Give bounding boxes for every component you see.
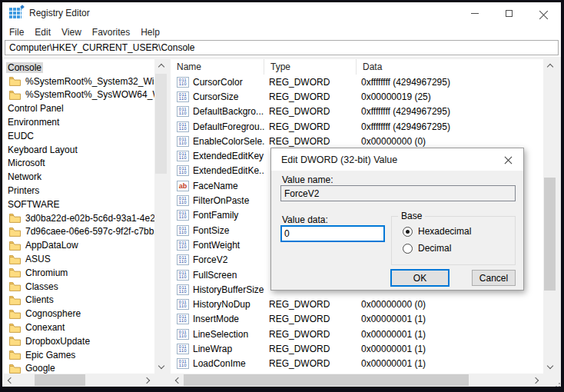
value-data-input[interactable] bbox=[280, 225, 385, 242]
cancel-button[interactable]: Cancel bbox=[472, 270, 516, 286]
scroll-down-button[interactable] bbox=[543, 360, 556, 374]
chevron-left-icon bbox=[8, 377, 14, 383]
scroll-right-button[interactable] bbox=[530, 374, 543, 387]
dword-value-icon: 011110 bbox=[177, 329, 189, 340]
column-header-name[interactable]: Name bbox=[171, 59, 264, 75]
minimize-icon bbox=[471, 13, 479, 14]
tree-item[interactable]: DropboxUpdate bbox=[3, 334, 154, 348]
value-name-cell: 011110 LineSelection bbox=[171, 329, 264, 340]
tree-item-label: 3d0ba22d-e02b-5c6d-93a1-4e2a9a bbox=[24, 213, 154, 224]
dword-value-icon: 011110 bbox=[177, 91, 189, 102]
tree-item-label: Microsoft bbox=[6, 158, 47, 168]
value-name-text: DefaultForegrou... bbox=[193, 121, 264, 132]
tree-item[interactable]: Network bbox=[3, 170, 154, 184]
scroll-down-button[interactable] bbox=[154, 360, 168, 374]
tree-item[interactable]: Console bbox=[3, 61, 154, 75]
string-value-icon: ab bbox=[177, 181, 189, 191]
registry-value-row[interactable]: 011110 DefaultBackgro... REG_DWORD 0xfff… bbox=[171, 105, 543, 119]
registry-value-row[interactable]: 011110 LoadConIme REG_DWORD 0x00000001 (… bbox=[171, 357, 543, 371]
radio-selected-icon[interactable] bbox=[403, 227, 413, 237]
title-bar[interactable]: Registry Editor bbox=[2, 2, 561, 24]
radio-unselected-icon[interactable] bbox=[403, 244, 413, 254]
decimal-radio-option[interactable]: Decimal bbox=[403, 243, 451, 254]
tree-vscroll-thumb[interactable] bbox=[155, 74, 167, 174]
tree-item-label: Clients bbox=[24, 294, 55, 305]
close-button[interactable] bbox=[526, 2, 561, 24]
value-name-text: FontWeight bbox=[193, 240, 240, 251]
close-icon bbox=[504, 156, 512, 164]
close-icon bbox=[539, 9, 548, 18]
tree-item[interactable]: Control Panel bbox=[3, 101, 154, 115]
scroll-left-button[interactable] bbox=[3, 374, 16, 387]
folder-icon bbox=[9, 350, 21, 360]
hexadecimal-radio-option[interactable]: Hexadecimal bbox=[403, 226, 471, 237]
registry-value-row[interactable]: 011110 LineWrap REG_DWORD 0x00000001 (1) bbox=[171, 341, 543, 356]
tree-item[interactable]: Classes bbox=[3, 280, 154, 294]
scroll-right-button[interactable] bbox=[141, 374, 154, 387]
address-input[interactable] bbox=[5, 40, 559, 55]
scroll-up-button[interactable] bbox=[543, 59, 556, 72]
dialog-close-button[interactable] bbox=[493, 148, 523, 171]
tree-item[interactable]: ASUS bbox=[3, 252, 154, 266]
tree-item[interactable]: 3d0ba22d-e02b-5c6d-93a1-4e2a9a bbox=[3, 211, 154, 225]
menu-item[interactable]: Edit bbox=[29, 25, 56, 39]
tree-item[interactable]: Conexant bbox=[3, 321, 154, 334]
tree-item[interactable]: Environment bbox=[3, 115, 154, 129]
tree-item[interactable]: Microsoft bbox=[3, 157, 154, 171]
maximize-button[interactable] bbox=[492, 2, 526, 24]
tree-item[interactable]: %SystemRoot%_SysWOW64_Windows bbox=[3, 88, 154, 102]
tree-item-label: AppDataLow bbox=[24, 240, 80, 251]
resize-grip-icon[interactable] bbox=[552, 383, 554, 384]
tree-horizontal-scrollbar[interactable] bbox=[3, 374, 154, 387]
registry-value-row[interactable]: 011110 InsertMode REG_DWORD 0x00000001 (… bbox=[171, 312, 543, 327]
menu-item[interactable]: Help bbox=[135, 25, 165, 39]
list-hscroll-thumb[interactable] bbox=[184, 374, 469, 386]
tree-item[interactable]: EUDC bbox=[3, 129, 154, 143]
ok-button[interactable]: OK bbox=[390, 269, 450, 287]
scroll-up-button[interactable] bbox=[154, 59, 168, 72]
menu-item[interactable]: File bbox=[4, 25, 29, 39]
value-type-cell: REG_DWORD bbox=[264, 121, 357, 132]
registry-value-row[interactable]: 011110 HistoryNoDup REG_DWORD 0x00000000… bbox=[171, 297, 543, 311]
scroll-left-button[interactable] bbox=[171, 374, 184, 387]
scrollbar-corner bbox=[154, 374, 168, 387]
value-type-cell: REG_DWORD bbox=[264, 358, 357, 369]
dialog-title-bar[interactable]: Edit DWORD (32-bit) Value bbox=[271, 148, 523, 171]
chevron-right-icon bbox=[532, 377, 539, 383]
column-header-type[interactable]: Type bbox=[264, 59, 357, 75]
chevron-down-icon bbox=[546, 363, 552, 369]
menu-item[interactable]: Favorites bbox=[87, 25, 135, 39]
registry-value-row[interactable]: 011110 LineSelection REG_DWORD 0x0000000… bbox=[171, 327, 543, 341]
tree-item[interactable]: Printers bbox=[3, 184, 154, 198]
column-header-data[interactable]: Data bbox=[357, 59, 543, 75]
list-vertical-scrollbar[interactable] bbox=[543, 59, 556, 374]
tree-item[interactable]: Cognosphere bbox=[3, 307, 154, 321]
dword-value-icon: 011110 bbox=[177, 299, 189, 310]
tree-item[interactable]: Chromium bbox=[3, 266, 154, 280]
tree-item-label: Epic Games bbox=[24, 350, 77, 360]
value-name-text: HistoryBufferSize bbox=[193, 284, 264, 295]
value-name-cell: 011110 FilterOnPaste bbox=[171, 195, 264, 206]
registry-value-row[interactable]: 011110 CursorColor REG_DWORD 0xffffffff … bbox=[171, 75, 543, 89]
list-vscroll-thumb[interactable] bbox=[544, 178, 556, 291]
menu-item[interactable]: View bbox=[56, 25, 87, 39]
value-name-text: DefaultBackgro... bbox=[193, 106, 264, 117]
tree-item[interactable]: Epic Games bbox=[3, 348, 154, 362]
chevron-up-icon bbox=[158, 64, 164, 70]
tree-item[interactable]: %SystemRoot%_System32_Windows bbox=[3, 75, 154, 88]
minimize-button[interactable] bbox=[457, 2, 492, 24]
tree-vertical-scrollbar[interactable] bbox=[154, 59, 168, 374]
tree-item[interactable]: Google bbox=[3, 362, 154, 374]
edit-dword-dialog: Edit DWORD (32-bit) Value Value name: Va… bbox=[270, 148, 524, 291]
tree-item[interactable]: SOFTWARE bbox=[3, 198, 154, 211]
tree-item[interactable]: AppDataLow bbox=[3, 238, 154, 252]
list-horizontal-scrollbar[interactable] bbox=[171, 374, 543, 387]
tree-hscroll-thumb[interactable] bbox=[35, 374, 85, 386]
registry-value-row[interactable]: 011110 EnableColorSele... REG_DWORD 0x00… bbox=[171, 134, 543, 148]
tree-item[interactable]: 7d96caee-06e6-597c-9f2f-c7bb2e bbox=[3, 225, 154, 239]
maximize-icon bbox=[506, 10, 513, 17]
registry-value-row[interactable]: 011110 CursorSize REG_DWORD 0x00000019 (… bbox=[171, 89, 543, 104]
tree-item[interactable]: Keyboard Layout bbox=[3, 143, 154, 157]
tree-item[interactable]: Clients bbox=[3, 294, 154, 307]
registry-value-row[interactable]: 011110 DefaultForegrou... REG_DWORD 0xff… bbox=[171, 119, 543, 134]
